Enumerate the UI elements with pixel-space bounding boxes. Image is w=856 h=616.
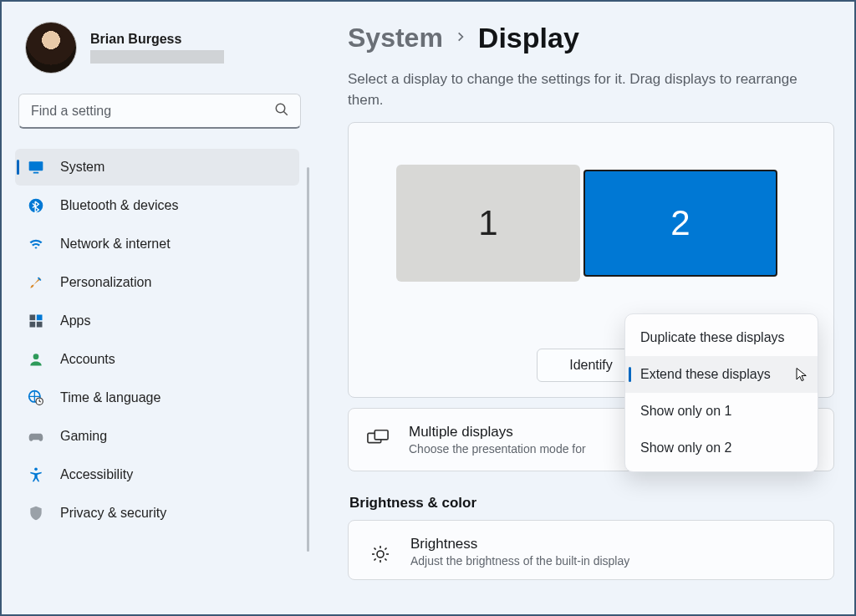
search-wrap	[18, 94, 301, 129]
sidebar-item-label: Accessibility	[60, 467, 133, 482]
svg-rect-2	[29, 161, 43, 171]
brightness-title: Brightness	[410, 536, 629, 552]
brightness-section-heading: Brightness & color	[349, 495, 834, 512]
sidebar-item-bluetooth[interactable]: Bluetooth & devices	[15, 187, 299, 224]
bluetooth-icon	[27, 196, 45, 215]
brightness-subtitle: Adjust the brightness of the built-in di…	[410, 554, 629, 568]
search-input[interactable]	[18, 94, 301, 129]
multiple-displays-subtitle: Choose the presentation mode for	[409, 442, 586, 456]
multiple-displays-title: Multiple displays	[409, 424, 586, 440]
breadcrumb-current: Display	[478, 22, 579, 54]
mode-extend-label: Extend these displays	[640, 367, 771, 382]
cursor-icon	[794, 366, 809, 386]
svg-point-15	[377, 551, 384, 557]
sidebar-item-label: System	[60, 160, 104, 175]
brightness-card[interactable]: Brightness Adjust the brightness of the …	[348, 520, 834, 580]
display-2[interactable]: 2	[583, 170, 777, 277]
sidebar-item-label: Privacy & security	[60, 506, 166, 521]
sidebar-item-label: Personalization	[60, 275, 151, 290]
svg-rect-5	[30, 315, 36, 321]
breadcrumb: System Display	[348, 22, 834, 54]
mode-duplicate[interactable]: Duplicate these displays	[625, 319, 818, 356]
sidebar-item-label: Accounts	[60, 352, 115, 367]
svg-point-0	[276, 104, 285, 113]
accessibility-icon	[27, 466, 45, 484]
sidebar-item-accounts[interactable]: Accounts	[15, 341, 299, 378]
arrangement-hint: Select a display to change the settings …	[348, 69, 824, 110]
scrollbar[interactable]	[307, 167, 309, 552]
sidebar-item-apps[interactable]: Apps	[15, 303, 299, 339]
sidebar-item-time-language[interactable]: Time & language	[15, 379, 299, 416]
sidebar-item-label: Gaming	[60, 429, 107, 444]
svg-line-21	[385, 559, 386, 561]
display-arrangement-panel: 1 2 Identify Duplicate these displays Ex…	[348, 122, 834, 398]
main-content: System Display Select a display to chang…	[318, 2, 854, 614]
display-1[interactable]: 1	[396, 165, 580, 282]
sidebar-item-label: Time & language	[60, 390, 160, 405]
svg-line-1	[283, 111, 288, 115]
account-icon	[27, 350, 45, 369]
multiple-displays-icon	[367, 429, 389, 451]
breadcrumb-parent[interactable]: System	[348, 23, 443, 53]
mode-show-only-1[interactable]: Show only on 1	[625, 393, 818, 430]
svg-line-23	[385, 548, 386, 550]
sidebar-item-label: Apps	[60, 313, 90, 328]
svg-rect-6	[37, 315, 43, 321]
brightness-icon	[370, 544, 390, 568]
sidebar-item-privacy[interactable]: Privacy & security	[15, 495, 299, 532]
user-name: Brian Burgess	[90, 32, 224, 47]
mode-extend[interactable]: Extend these displays	[625, 356, 818, 393]
svg-line-22	[374, 559, 376, 561]
chevron-right-icon	[455, 31, 466, 46]
svg-rect-3	[33, 172, 39, 174]
sidebar: Brian Burgess System Bluetooth & devices	[2, 2, 318, 614]
sidebar-item-label: Network & internet	[60, 237, 171, 252]
user-email-placeholder	[90, 50, 224, 64]
sidebar-item-gaming[interactable]: Gaming	[15, 418, 299, 455]
monitors-group: 1 2	[396, 165, 777, 282]
gaming-icon	[27, 427, 45, 445]
svg-rect-8	[37, 322, 43, 328]
svg-rect-14	[374, 430, 388, 440]
svg-line-20	[374, 548, 376, 550]
user-account-block[interactable]: Brian Burgess	[15, 22, 304, 74]
sidebar-item-network[interactable]: Network & internet	[15, 226, 299, 262]
sidebar-item-label: Bluetooth & devices	[60, 198, 178, 213]
sidebar-item-accessibility[interactable]: Accessibility	[15, 456, 299, 493]
svg-rect-7	[30, 322, 36, 328]
svg-point-12	[34, 468, 38, 471]
apps-icon	[27, 312, 45, 330]
wifi-icon	[27, 235, 45, 253]
globe-clock-icon	[27, 389, 45, 407]
mode-show-only-2[interactable]: Show only on 2	[625, 430, 818, 466]
shield-icon	[27, 504, 45, 522]
search-icon	[274, 102, 289, 120]
brush-icon	[27, 273, 45, 292]
display-icon	[27, 158, 45, 176]
sidebar-item-personalization[interactable]: Personalization	[15, 264, 299, 301]
svg-point-9	[33, 354, 39, 359]
nav: System Bluetooth & devices Network & int…	[15, 149, 304, 532]
display-mode-dropdown: Duplicate these displays Extend these di…	[624, 313, 818, 472]
avatar	[25, 22, 77, 74]
sidebar-item-system[interactable]: System	[15, 149, 299, 186]
